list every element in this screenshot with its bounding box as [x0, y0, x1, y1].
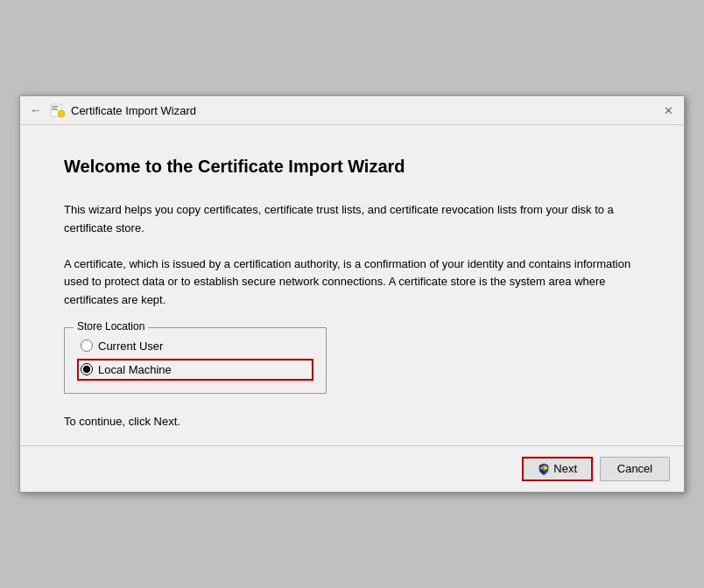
next-button[interactable]: Next [522, 457, 593, 481]
current-user-radio[interactable] [81, 340, 93, 352]
local-machine-label: Local Machine [98, 363, 172, 376]
title-bar: ← Certificate Import Wizard ✕ [20, 96, 684, 125]
store-location-legend: Store Location [74, 320, 148, 332]
shield-icon [538, 463, 550, 475]
certificate-icon [50, 102, 66, 118]
cancel-label: Cancel [617, 462, 652, 475]
wizard-heading: Welcome to the Certificate Import Wizard [64, 157, 640, 177]
local-machine-option[interactable]: Local Machine [77, 359, 313, 381]
back-button[interactable]: ← [27, 102, 45, 119]
svg-rect-2 [52, 108, 57, 108]
wizard-window: ← Certificate Import Wizard ✕ Welcome to… [19, 95, 685, 493]
footer: Next Cancel [20, 445, 684, 492]
current-user-label: Current User [98, 340, 163, 353]
next-label: Next [553, 462, 577, 475]
title-bar-left: ← Certificate Import Wizard [27, 102, 659, 119]
svg-rect-1 [52, 106, 59, 107]
continue-text: To continue, click Next. [64, 415, 640, 428]
window-title: Certificate Import Wizard [71, 104, 196, 117]
store-location-group: Store Location Current User Local Machin… [64, 327, 327, 394]
svg-point-6 [60, 112, 63, 116]
local-machine-radio[interactable] [81, 363, 93, 375]
description-2: A certificate, which is issued by a cert… [64, 256, 640, 310]
cancel-button[interactable]: Cancel [600, 457, 670, 481]
current-user-option[interactable]: Current User [79, 335, 312, 357]
wizard-content: Welcome to the Certificate Import Wizard… [20, 125, 684, 445]
svg-rect-3 [52, 109, 58, 110]
close-button[interactable]: ✕ [659, 102, 677, 119]
description-1: This wizard helps you copy certificates,… [64, 201, 640, 238]
